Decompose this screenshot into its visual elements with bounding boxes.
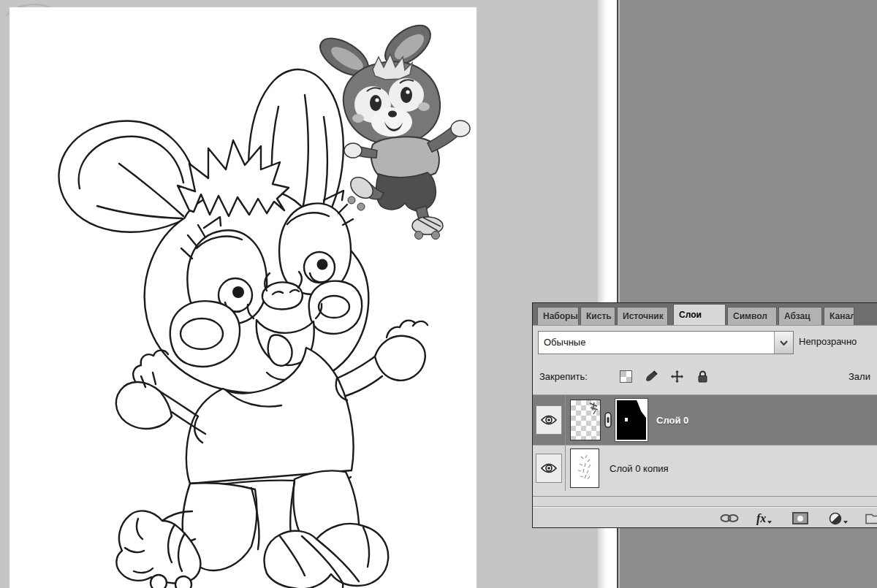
layer-mask-thumbnail[interactable] bbox=[615, 399, 648, 441]
photoshop-workspace: Наборы Кисть Источник Слои Символ Абзац … bbox=[0, 0, 877, 588]
layer-thumbnail[interactable] bbox=[570, 448, 599, 488]
lock-brush-icon[interactable] bbox=[642, 367, 660, 385]
tab-channels[interactable]: Каналы bbox=[824, 307, 854, 325]
chevron-down-icon[interactable] bbox=[774, 332, 793, 354]
lock-label: Закрепить: bbox=[539, 371, 588, 382]
add-layer-mask-icon[interactable] bbox=[792, 508, 808, 528]
lock-transparency-icon[interactable] bbox=[617, 367, 634, 385]
fill-label: Зали bbox=[848, 371, 870, 382]
visibility-eye-icon[interactable] bbox=[536, 454, 562, 483]
tab-presets[interactable]: Наборы bbox=[537, 307, 579, 325]
new-group-icon[interactable] bbox=[865, 508, 877, 528]
layers-panel-footer: fx bbox=[533, 507, 877, 528]
tab-brush[interactable]: Кисть bbox=[580, 307, 615, 325]
tab-character[interactable]: Символ bbox=[727, 307, 777, 325]
caret-down-icon bbox=[843, 521, 848, 524]
layers-panel: Наборы Кисть Источник Слои Символ Абзац … bbox=[532, 302, 877, 528]
visibility-eye-icon[interactable] bbox=[536, 405, 562, 435]
opacity-label: Непрозрачно bbox=[799, 336, 857, 347]
layers-list: Слой 0 Слой 0 bbox=[533, 394, 877, 497]
caret-down-icon bbox=[767, 521, 772, 524]
adjustment-layer-icon[interactable] bbox=[829, 508, 848, 528]
layer-style-fx-icon[interactable]: fx bbox=[756, 508, 772, 528]
blend-mode-row: Обычные Непрозрачно bbox=[533, 326, 877, 359]
link-layers-icon[interactable] bbox=[720, 508, 740, 528]
lock-move-icon[interactable] bbox=[668, 367, 686, 385]
lock-row: Закрепить: bbox=[533, 359, 877, 394]
lock-all-icon[interactable] bbox=[694, 367, 711, 385]
layer-name: Слой 0 bbox=[656, 415, 688, 426]
layer-row-layer-0[interactable]: Слой 0 bbox=[533, 395, 877, 445]
layer-thumbnail[interactable] bbox=[570, 400, 601, 440]
blend-mode-value: Обычные bbox=[539, 332, 774, 354]
tab-paragraph[interactable]: Абзац bbox=[778, 307, 822, 325]
mask-link-chain-icon[interactable] bbox=[601, 412, 615, 428]
tab-layers[interactable]: Слои bbox=[673, 304, 726, 325]
layer-row-layer-0-copy[interactable]: Слой 0 копия bbox=[533, 445, 877, 491]
blend-mode-select[interactable]: Обычные bbox=[538, 331, 794, 354]
panel-tab-strip: Наборы Кисть Источник Слои Символ Абзац … bbox=[533, 303, 877, 326]
artwork-rabbit-coloring-page bbox=[10, 7, 477, 588]
panel-divider bbox=[533, 497, 877, 507]
layer-name: Слой 0 копия bbox=[610, 463, 668, 474]
document-canvas[interactable] bbox=[10, 7, 477, 588]
tab-clone-source[interactable]: Источник bbox=[617, 307, 668, 325]
